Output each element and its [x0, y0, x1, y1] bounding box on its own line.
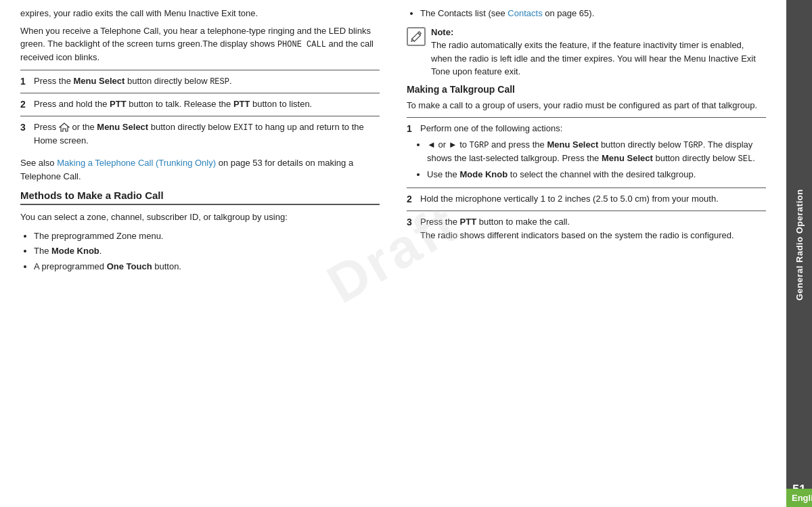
note-box: Note: The radio automatically exits the … — [407, 26, 766, 79]
right-step-content-1: Perform one of the following actions: ◄ … — [420, 118, 766, 188]
note-text: The radio automatically exits the featur… — [431, 40, 756, 76]
left-column: expires, your radio exits the call with … — [20, 7, 380, 500]
talkgroup-intro: To make a call to a group of users, your… — [407, 99, 766, 112]
bullet-onetouch: A preprogrammed One Touch button. — [34, 260, 380, 273]
step-num-1: 1 — [20, 70, 34, 93]
sub-bullet-tgrp: ◄ or ► to TGRP and press the Menu Select… — [427, 138, 763, 165]
trunking-link[interactable]: Making a Telephone Call (Trunking Only) — [57, 158, 216, 168]
phone-call-code: PHONE CALL — [277, 40, 326, 49]
home-icon — [59, 123, 70, 132]
right-step-num-2: 2 — [407, 188, 420, 211]
phone-call-para: When you receive a Telephone Call, you h… — [20, 24, 380, 64]
intro-paragraph: expires, your radio exits the call with … — [20, 7, 380, 20]
step-row-3: 3 Press or the Menu Select button direct… — [20, 116, 380, 151]
see-also: See also Making a Telephone Call (Trunki… — [20, 156, 380, 183]
english-tab: English — [786, 489, 812, 507]
right-column: The Contacts list (see Contacts on page … — [407, 7, 766, 500]
contacts-link[interactable]: Contacts — [508, 8, 542, 18]
sidebar-right: General Radio Operation 51 English — [786, 0, 812, 507]
contacts-bullet: The Contacts list (see Contacts on page … — [420, 7, 766, 20]
note-icon — [407, 27, 426, 46]
right-step-row-3: 3 Press the PTT button to make the call.… — [407, 211, 766, 246]
methods-list: The preprogrammed Zone menu. The Mode Kn… — [34, 229, 380, 273]
step-content-3: Press or the Menu Select button directly… — [34, 116, 380, 151]
sub-bullet-list: ◄ or ► to TGRP and press the Menu Select… — [427, 138, 763, 181]
methods-heading: Methods to Make a Radio Call — [20, 190, 380, 205]
step-row-1: 1 Press the Menu Select button directly … — [20, 70, 380, 93]
step-num-3: 3 — [20, 116, 34, 151]
right-step-num-3: 3 — [407, 211, 420, 246]
svg-marker-0 — [60, 123, 69, 131]
pencil-icon — [410, 30, 422, 43]
right-step-row-1: 1 Perform one of the following actions: … — [407, 118, 766, 188]
bullet-zone: The preprogrammed Zone menu. — [34, 229, 380, 243]
right-steps-table: 1 Perform one of the following actions: … — [407, 117, 766, 246]
methods-intro: You can select a zone, channel, subscrib… — [20, 211, 380, 224]
right-step-row-2: 2 Hold the microphone vertically 1 to 2 … — [407, 188, 766, 211]
step-content-2: Press and hold the PTT button to talk. R… — [34, 93, 380, 116]
sub-bullet-mode-knob: Use the Mode Knob to select the channel … — [427, 168, 763, 181]
step-num-2: 2 — [20, 93, 34, 116]
note-content: Note: The radio automatically exits the … — [431, 26, 766, 79]
step-row-2: 2 Press and hold the PTT button to talk.… — [20, 93, 380, 116]
main-content: Draft expires, your radio exits the call… — [0, 0, 786, 507]
step-content-1: Press the Menu Select button directly be… — [34, 70, 380, 93]
note-label: Note: — [431, 27, 453, 37]
bullet-mode: The Mode Knob. — [34, 244, 380, 258]
right-step-content-3: Press the PTT button to make the call. T… — [420, 211, 766, 246]
contacts-list-item: The Contacts list (see Contacts on page … — [420, 7, 766, 20]
sidebar-title: General Radio Operation — [794, 7, 805, 483]
right-step-content-2: Hold the microphone vertically 1 to 2 in… — [420, 188, 766, 211]
talkgroup-heading: Making a Talkgroup Call — [407, 84, 766, 95]
left-steps-table: 1 Press the Menu Select button directly … — [20, 70, 380, 152]
